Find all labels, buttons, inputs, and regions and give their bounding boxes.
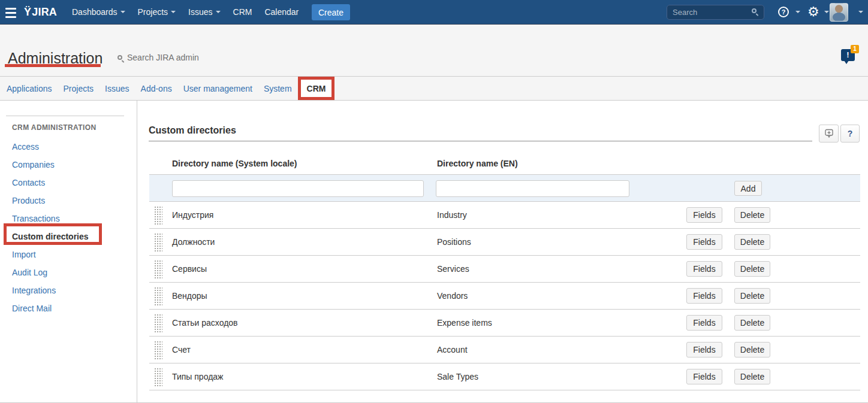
directory-name-en: Industry: [437, 202, 467, 228]
drag-handle-icon[interactable]: [154, 314, 162, 332]
fields-button[interactable]: Fields: [686, 315, 722, 331]
tab-crm[interactable]: CRM: [298, 77, 334, 100]
delete-button[interactable]: Delete: [734, 342, 770, 357]
chevron-down-icon[interactable]: [795, 11, 800, 13]
avatar[interactable]: [830, 3, 848, 22]
add-directory-row: Add: [149, 174, 860, 202]
sidebar-item-direct-mail[interactable]: Direct Mail: [0, 299, 137, 317]
drag-handle-icon[interactable]: [154, 233, 162, 252]
tab-issues[interactable]: Issues: [105, 84, 129, 93]
directory-name-en: Account: [437, 337, 468, 363]
tab-user-management[interactable]: User management: [183, 84, 252, 93]
drag-handle-icon[interactable]: [154, 341, 162, 359]
feedback-bubble-icon: [824, 129, 834, 138]
sidebar-item-transactions[interactable]: Transactions: [0, 210, 137, 228]
sidebar-divider: [6, 116, 124, 116]
help-icon[interactable]: ?: [778, 7, 789, 17]
tab-projects[interactable]: Projects: [64, 84, 94, 93]
delete-button[interactable]: Delete: [734, 261, 770, 277]
drag-handle-icon[interactable]: [154, 368, 162, 386]
sidebar: CRM ADMINISTRATION Access Companies Cont…: [0, 101, 137, 402]
directory-row: Счет Account Fields Delete: [149, 337, 860, 363]
heading-buttons: ?: [819, 125, 860, 143]
chevron-down-icon: [171, 11, 176, 13]
help-button[interactable]: ?: [840, 125, 860, 143]
chevron-down-icon: [120, 11, 125, 13]
column-header-en: Directory name (EN): [437, 159, 518, 168]
nav-issues[interactable]: Issues: [188, 7, 220, 17]
nav-crm[interactable]: CRM: [233, 7, 252, 17]
directory-name-en: Sale Types: [437, 363, 478, 390]
create-button[interactable]: Create: [312, 4, 350, 20]
notification-badge: 1: [851, 45, 859, 53]
delete-button[interactable]: Delete: [734, 369, 770, 384]
directory-name-en: Vendors: [437, 283, 468, 309]
search-icon[interactable]: [752, 8, 757, 13]
sidebar-item-custom-directories[interactable]: Custom directories: [0, 228, 137, 246]
fields-button[interactable]: Fields: [686, 288, 722, 304]
sidebar-item-audit-log[interactable]: Audit Log: [0, 263, 137, 281]
delete-button[interactable]: Delete: [734, 315, 770, 331]
add-button[interactable]: Add: [734, 181, 762, 196]
chevron-down-icon: [216, 11, 221, 13]
directory-rows: Индустрия Industry Fields Delete Должнос…: [149, 202, 860, 390]
admin-tab-list: Applications Projects Issues Add-ons Use…: [7, 77, 292, 100]
sidebar-item-import[interactable]: Import: [0, 246, 137, 263]
fields-button[interactable]: Fields: [686, 207, 722, 223]
search-icon: [117, 55, 122, 60]
new-directory-name-system-input[interactable]: [172, 180, 424, 197]
sidebar-item-products[interactable]: Products: [0, 192, 137, 210]
fields-button[interactable]: Fields: [686, 234, 722, 250]
directory-name-system: Счет: [172, 337, 191, 363]
directory-name-system: Типы продаж: [172, 363, 223, 390]
admin-tabs: Applications Projects Issues Add-ons Use…: [0, 76, 868, 101]
tab-applications[interactable]: Applications: [7, 84, 52, 93]
sidebar-item-companies[interactable]: Companies: [0, 156, 137, 174]
sidebar-item-integrations[interactable]: Integrations: [0, 281, 137, 299]
jira-logo[interactable]: ŸJIRA: [24, 0, 57, 24]
fields-button[interactable]: Fields: [686, 261, 722, 277]
admin-search: [117, 51, 247, 64]
nav-dashboards[interactable]: Dashboards: [72, 7, 125, 17]
navbar-search-box[interactable]: [667, 5, 764, 20]
drag-handle-icon[interactable]: [154, 260, 162, 278]
admin-header: Administration ! 1: [0, 25, 868, 76]
directory-name-system: Должности: [172, 229, 215, 255]
directory-name-en: Expense items: [437, 310, 492, 336]
admin-search-input[interactable]: [127, 53, 247, 62]
heading-rule: [149, 141, 812, 141]
feedback-button[interactable]: [819, 125, 839, 143]
fields-button[interactable]: Fields: [686, 369, 722, 384]
sidebar-item-contacts[interactable]: Contacts: [0, 174, 137, 192]
directory-row: Статьи расходов Expense items Fields Del…: [149, 310, 860, 337]
drag-handle-icon[interactable]: [154, 287, 162, 305]
chevron-down-icon[interactable]: [858, 11, 863, 13]
hamburger-menu-icon[interactable]: [5, 8, 16, 18]
gear-icon[interactable]: ⚙: [807, 5, 819, 19]
directory-name-system: Статьи расходов: [172, 310, 238, 336]
delete-button[interactable]: Delete: [734, 234, 770, 250]
jira-logo-mark: Ÿ: [24, 6, 31, 18]
annotation-underline: [5, 64, 101, 67]
sidebar-item-access[interactable]: Access: [0, 138, 137, 156]
section-heading: Custom directories: [149, 125, 236, 136]
chevron-down-icon[interactable]: [824, 11, 829, 13]
top-navbar: ŸJIRA Dashboards Projects Issues CRM Cal…: [0, 0, 868, 25]
nav-calendar[interactable]: Calendar: [264, 7, 299, 17]
new-directory-name-en-input[interactable]: [436, 180, 629, 197]
delete-button[interactable]: Delete: [734, 207, 770, 223]
directory-row: Вендоры Vendors Fields Delete: [149, 283, 860, 310]
navbar-menu: Dashboards Projects Issues CRM Calendar: [72, 0, 299, 24]
tab-add-ons[interactable]: Add-ons: [141, 84, 172, 93]
sidebar-list: Access Companies Contacts Products Trans…: [0, 138, 137, 317]
drag-handle-icon[interactable]: [154, 206, 162, 225]
fields-button[interactable]: Fields: [686, 342, 722, 357]
nav-projects[interactable]: Projects: [138, 7, 176, 17]
tab-system[interactable]: System: [264, 84, 292, 93]
directory-name-system: Сервисы: [172, 256, 207, 282]
directory-row: Типы продаж Sale Types Fields Delete: [149, 363, 860, 390]
delete-button[interactable]: Delete: [734, 288, 770, 304]
main-content: Custom directories ? Directory name (Sys…: [149, 101, 868, 402]
directory-row: Индустрия Industry Fields Delete: [149, 202, 860, 229]
navbar-search-input[interactable]: [673, 6, 748, 19]
